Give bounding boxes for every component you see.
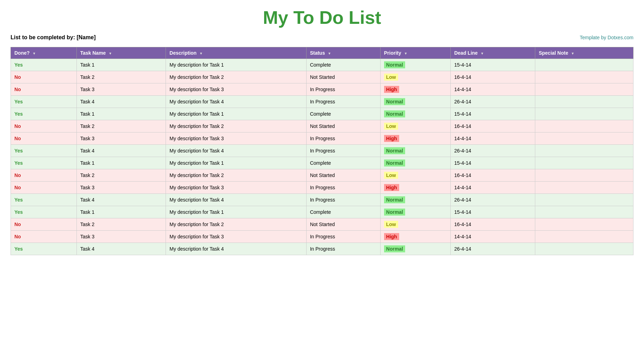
header-row: Done? ▼ Task Name ▼ Description ▼ Status… [11, 47, 633, 59]
cell-deadline: 26-4-14 [450, 194, 535, 206]
cell-priority: Low [380, 71, 450, 83]
cell-status: In Progress [306, 243, 380, 255]
col-done[interactable]: Done? ▼ [11, 47, 77, 59]
table-row: NoTask 3My description for Task 3In Prog… [11, 132, 633, 145]
cell-done: No [11, 132, 77, 145]
cell-description: My description for Task 1 [166, 108, 306, 120]
cell-task-name: Task 1 [76, 59, 166, 71]
cell-deadline: 15-4-14 [450, 206, 535, 218]
cell-status: Complete [306, 157, 380, 169]
cell-description: My description for Task 4 [166, 194, 306, 206]
status-dropdown-arrow[interactable]: ▼ [328, 52, 331, 55]
deadline-dropdown-arrow[interactable]: ▼ [481, 52, 484, 55]
cell-task-name: Task 2 [76, 120, 166, 132]
col-task-name[interactable]: Task Name ▼ [76, 47, 166, 59]
cell-deadline: 15-4-14 [450, 157, 535, 169]
cell-task-name: Task 4 [76, 96, 166, 108]
cell-done: Yes [11, 243, 77, 255]
cell-description: My description for Task 1 [166, 157, 306, 169]
cell-task-name: Task 1 [76, 108, 166, 120]
cell-description: My description for Task 1 [166, 206, 306, 218]
done-dropdown-arrow[interactable]: ▼ [32, 52, 36, 55]
col-description[interactable]: Description ▼ [166, 47, 306, 59]
cell-description: My description for Task 4 [166, 145, 306, 157]
subtitle-row: List to be completed by: [Name] Template… [11, 34, 633, 41]
cell-special-note [535, 96, 633, 108]
cell-deadline: 16-4-14 [450, 218, 535, 231]
cell-done: Yes [11, 206, 77, 218]
cell-task-name: Task 1 [76, 157, 166, 169]
description-dropdown-arrow[interactable]: ▼ [199, 52, 203, 55]
priority-dropdown-arrow[interactable]: ▼ [404, 52, 408, 55]
table-row: NoTask 2My description for Task 2Not Sta… [11, 71, 633, 83]
table-row: NoTask 2My description for Task 2Not Sta… [11, 218, 633, 231]
table-row: YesTask 1My description for Task 1Comple… [11, 108, 633, 120]
cell-special-note [535, 145, 633, 157]
cell-done: Yes [11, 194, 77, 206]
cell-status: In Progress [306, 194, 380, 206]
cell-priority: Normal [380, 243, 450, 255]
cell-priority: Normal [380, 108, 450, 120]
cell-deadline: 26-4-14 [450, 145, 535, 157]
cell-task-name: Task 4 [76, 194, 166, 206]
table-row: NoTask 3My description for Task 3In Prog… [11, 231, 633, 243]
template-credit: Template by Dotxes.com [580, 35, 633, 40]
cell-done: No [11, 218, 77, 231]
cell-task-name: Task 1 [76, 206, 166, 218]
cell-done: Yes [11, 145, 77, 157]
table-row: NoTask 3My description for Task 3In Prog… [11, 83, 633, 96]
col-priority[interactable]: Priority ▼ [380, 47, 450, 59]
cell-deadline: 26-4-14 [450, 243, 535, 255]
subtitle: List to be completed by: [Name] [11, 34, 96, 41]
subtitle-name: [Name] [76, 34, 95, 40]
cell-priority: Normal [380, 194, 450, 206]
col-special-note[interactable]: Special Note ▼ [535, 47, 633, 59]
cell-done: Yes [11, 59, 77, 71]
cell-description: My description for Task 2 [166, 120, 306, 132]
cell-task-name: Task 2 [76, 71, 166, 83]
col-status[interactable]: Status ▼ [306, 47, 380, 59]
cell-task-name: Task 3 [76, 83, 166, 96]
table-row: NoTask 2My description for Task 2Not Sta… [11, 120, 633, 132]
cell-status: Complete [306, 108, 380, 120]
cell-description: My description for Task 3 [166, 132, 306, 145]
cell-special-note [535, 71, 633, 83]
cell-special-note [535, 59, 633, 71]
cell-status: In Progress [306, 83, 380, 96]
cell-deadline: 15-4-14 [450, 59, 535, 71]
table-body: YesTask 1My description for Task 1Comple… [11, 59, 633, 255]
cell-description: My description for Task 4 [166, 96, 306, 108]
cell-done: No [11, 71, 77, 83]
taskname-dropdown-arrow[interactable]: ▼ [109, 52, 112, 55]
cell-priority: High [380, 83, 450, 96]
specialnote-dropdown-arrow[interactable]: ▼ [571, 52, 575, 55]
cell-deadline: 14-4-14 [450, 182, 535, 194]
table-header: Done? ▼ Task Name ▼ Description ▼ Status… [11, 47, 633, 59]
cell-task-name: Task 4 [76, 243, 166, 255]
col-deadline[interactable]: Dead Line ▼ [450, 47, 535, 59]
table-row: YesTask 4My description for Task 4In Pro… [11, 243, 633, 255]
cell-status: Complete [306, 206, 380, 218]
cell-special-note [535, 120, 633, 132]
page-title: My To Do List [11, 7, 633, 28]
cell-done: Yes [11, 108, 77, 120]
cell-done: Yes [11, 157, 77, 169]
cell-special-note [535, 182, 633, 194]
cell-description: My description for Task 3 [166, 231, 306, 243]
cell-task-name: Task 4 [76, 145, 166, 157]
cell-priority: Normal [380, 145, 450, 157]
cell-status: In Progress [306, 182, 380, 194]
cell-task-name: Task 2 [76, 169, 166, 182]
cell-special-note [535, 157, 633, 169]
cell-deadline: 14-4-14 [450, 132, 535, 145]
cell-deadline: 14-4-14 [450, 231, 535, 243]
cell-description: My description for Task 2 [166, 71, 306, 83]
cell-deadline: 26-4-14 [450, 96, 535, 108]
cell-status: In Progress [306, 231, 380, 243]
cell-description: My description for Task 3 [166, 83, 306, 96]
cell-done: Yes [11, 96, 77, 108]
cell-task-name: Task 3 [76, 182, 166, 194]
table-row: YesTask 1My description for Task 1Comple… [11, 206, 633, 218]
cell-task-name: Task 3 [76, 231, 166, 243]
cell-priority: Normal [380, 157, 450, 169]
